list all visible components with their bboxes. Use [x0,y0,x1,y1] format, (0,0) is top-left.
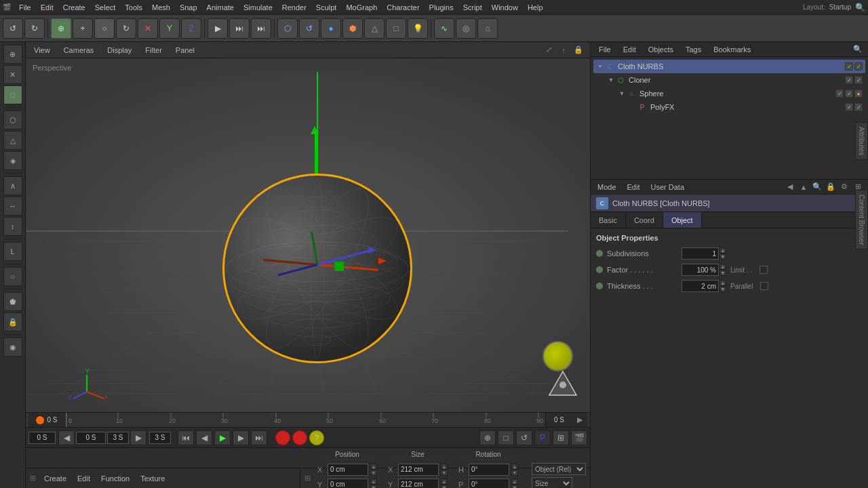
rot-p-stepper[interactable]: ▲ ▼ [511,479,518,489]
rot-p-up[interactable]: ▲ [511,479,518,485]
pos-x-dn[interactable]: ▼ [370,470,377,476]
pos-x-input[interactable] [328,464,368,476]
scale-tool-button[interactable]: ○ [94,18,115,39]
limit-checkbox[interactable] [760,266,768,274]
tree-arrow-cloner[interactable]: ▼ [607,76,615,84]
sidebar-btn-9[interactable]: ↕ [3,217,22,236]
move-tool-button[interactable]: ⊕ [51,18,71,39]
vp-menu-cameras[interactable]: Cameras [61,45,97,56]
rot-h-up[interactable]: ▲ [511,464,518,470]
attributes-tab-label[interactable]: Attributes [855,122,868,160]
vp-move-icon[interactable]: ⤢ [542,44,555,56]
timeline-ruler[interactable]: 0 S 0 10 20 30 40 [26,413,590,428]
sidebar-btn-3[interactable]: □ [3,85,22,104]
tl-select-btn[interactable]: □ [498,430,514,445]
deform-btn[interactable]: ⬢ [342,18,363,39]
time-current-input[interactable] [76,432,106,444]
pos-y-up[interactable]: ▲ [370,479,377,485]
tree-check-2[interactable]: ✓ [854,62,863,70]
tree-check-5[interactable]: ✓ [835,89,844,98]
rp-search-icon[interactable]: 🔍 [852,43,864,56]
pos-y-stepper[interactable]: ▲ ▼ [370,479,377,489]
material-btn[interactable]: ◎ [456,18,476,39]
tree-check-4[interactable]: ✓ [854,76,863,84]
timeline-ruler-inner[interactable]: 0 10 20 30 40 50 60 70 [66,413,545,427]
time-start-input[interactable] [28,432,56,444]
tl-curve-btn[interactable]: ↺ [516,430,532,445]
time-range-next[interactable]: ▶ [130,430,146,445]
tree-arrow-cloth-nurbs[interactable]: ▼ [596,62,604,70]
pos-y-input[interactable] [328,479,368,489]
menu-sculpt[interactable]: Sculpt [312,2,341,13]
tab-coord[interactable]: Coord [626,212,663,228]
prop-input-factor[interactable] [682,264,719,276]
size-x-stepper[interactable]: ▲ ▼ [441,464,448,476]
bottom-icon[interactable]: ⊞ [30,474,36,483]
sidebar-btn-11[interactable]: ○ [3,267,22,286]
bottom-menu-create[interactable]: Create [41,473,69,484]
timeline-extra-btn[interactable]: ▶ [572,413,587,427]
thickness-dn[interactable]: ▼ [719,286,726,292]
anim-btn-2[interactable]: ⏭ [229,18,250,39]
sphere-object[interactable] [222,174,412,363]
content-browser-tab-label[interactable]: Content Browser [855,190,868,249]
tree-check-6[interactable]: ✓ [845,89,853,98]
tree-item-polyfx[interactable]: P PolyFX ✓ ✓ [593,100,865,114]
sidebar-btn-4[interactable]: ⬡ [3,110,22,129]
secondary-object[interactable] [542,341,573,371]
tree-check-8[interactable]: ✓ [845,103,853,111]
time-total-input[interactable] [149,432,171,444]
help-button[interactable]: ? [309,430,324,445]
menu-help[interactable]: Help [524,2,547,13]
size-y-up[interactable]: ▲ [441,479,448,485]
play-anim-button[interactable]: ▶ [208,18,228,39]
prop-edit-btn[interactable]: Edit [625,182,643,192]
size-x-input[interactable] [398,464,439,476]
display-btn[interactable]: ⌂ [477,18,498,39]
vp-up-icon[interactable]: ↑ [557,44,570,56]
subdiv-up[interactable]: ▲ [719,247,726,253]
pos-x-up[interactable]: ▲ [370,464,377,470]
rot-h-stepper[interactable]: ▲ ▼ [511,464,518,476]
prop-input-thickness[interactable] [682,280,719,292]
sidebar-btn-13[interactable]: 🔒 [3,312,22,331]
tree-item-cloner[interactable]: ▼ ⬡ Cloner ✓ ✓ [593,73,865,87]
prop-stepper-thickness[interactable]: ▲ ▼ [719,280,726,292]
hair-btn[interactable]: ∿ [434,18,454,39]
prop-userdata-btn[interactable]: User Data [648,182,688,192]
tree-check-9[interactable]: ✓ [854,103,863,111]
search-icon[interactable]: 🔍 [855,3,865,12]
bottom-menu-edit[interactable]: Edit [75,473,93,484]
factor-up[interactable]: ▲ [719,264,726,270]
sidebar-btn-10[interactable]: L [3,242,22,261]
layout-dropdown[interactable]: Startup [829,3,851,11]
tl-move-btn[interactable]: ⊕ [479,430,496,445]
rp-edit-btn[interactable]: Edit [619,44,640,55]
light-btn[interactable]: 💡 [408,18,428,39]
rp-file-btn[interactable]: File [595,44,615,55]
prop-settings-icon[interactable]: ⚙ [838,181,850,193]
tree-check-3[interactable]: ✓ [845,76,853,84]
tree-check-7[interactable]: ● [854,89,863,98]
rotate-tool-button[interactable]: ↻ [116,18,136,39]
rot-h-dn[interactable]: ▼ [511,470,518,476]
size-y-stepper[interactable]: ▲ ▼ [441,479,448,489]
sidebar-btn-14[interactable]: ◉ [3,338,22,357]
rot-p-dn[interactable]: ▼ [511,485,518,489]
vp-lock-icon[interactable]: 🔒 [572,44,585,56]
curve-btn[interactable]: ↺ [299,18,319,39]
z-axis-button[interactable]: Z [181,18,201,39]
viewport-3d[interactable]: Perspective [26,58,590,412]
menu-simulate[interactable]: Simulate [239,2,277,13]
menu-file[interactable]: File [15,2,35,13]
select-tool-button[interactable]: + [73,18,93,39]
menu-create[interactable]: Create [59,2,90,13]
size-x-up[interactable]: ▲ [441,464,448,470]
tab-basic[interactable]: Basic [591,212,626,228]
sidebar-btn-2[interactable]: ✕ [3,65,22,84]
vp-menu-filter[interactable]: Filter [142,45,164,56]
sidebar-btn-5[interactable]: △ [3,131,22,150]
record-all-button[interactable] [292,430,307,445]
tree-item-cloth-nurbs[interactable]: ▼ C Cloth NURBS ✓ ✓ [593,60,865,73]
bottom-menu-function[interactable]: Function [98,473,132,484]
